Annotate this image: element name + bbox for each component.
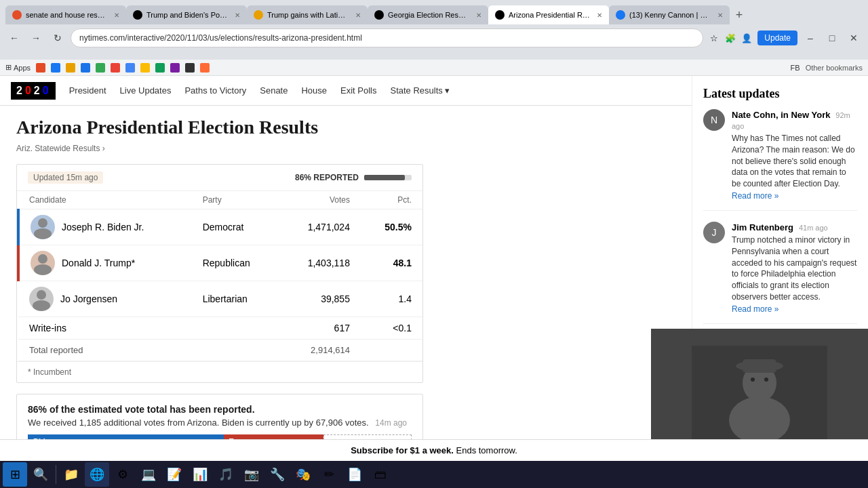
taskbar-music[interactable]: 🎵 bbox=[214, 462, 238, 487]
total-votes: 2,914,614 bbox=[279, 340, 361, 361]
tab-favicon bbox=[12, 10, 22, 20]
results-table: Candidate Party Votes Pct. bbox=[17, 191, 422, 361]
reload-button[interactable]: ↻ bbox=[49, 29, 66, 47]
taskbar-edit[interactable]: ✏ bbox=[317, 462, 341, 487]
tab-senate[interactable]: senate and house results - C... ✕ bbox=[5, 5, 126, 24]
bookmark-icon-3[interactable] bbox=[66, 63, 75, 73]
bookmark-icon[interactable]: ☆ bbox=[707, 31, 721, 45]
taskbar-tools[interactable]: 🔧 bbox=[265, 462, 290, 487]
tab-facebook[interactable]: (13) Kenny Cannon | Facebo... ✕ bbox=[609, 5, 730, 24]
bookmark-fb[interactable]: FB bbox=[791, 64, 800, 72]
other-bookmarks[interactable]: Other bookmarks bbox=[806, 64, 863, 72]
bookmark-icon-2[interactable] bbox=[51, 63, 60, 73]
taskbar-chrome[interactable]: 🌐 bbox=[85, 462, 109, 487]
reported-pct-label: 86% REPORTED bbox=[295, 173, 359, 182]
candidate-cell-trump: Donald J. Trump* bbox=[18, 245, 192, 281]
update-text-1: Why has The Times not called Arizona? Th… bbox=[732, 133, 857, 190]
nav-live-updates[interactable]: Live Updates bbox=[120, 85, 172, 96]
taskbar-apps[interactable]: 📊 bbox=[188, 462, 212, 487]
taskbar-misc[interactable]: 🗃 bbox=[368, 462, 393, 487]
avatar-nate: N bbox=[703, 109, 725, 131]
minimize-button[interactable]: – bbox=[802, 29, 819, 47]
bookmark-icon-9[interactable] bbox=[155, 63, 165, 73]
tab-trump-latinos[interactable]: Trump gains with Latinos, lo... ✕ bbox=[247, 5, 368, 24]
total-label: Total reported bbox=[18, 340, 192, 361]
nav-paths-to-victory[interactable]: Paths to Victory bbox=[184, 85, 246, 96]
bookmark-icon-1[interactable] bbox=[36, 63, 45, 73]
update-content-2: Jim Rutenberg 41m ago Trump notched a mi… bbox=[732, 222, 857, 314]
candidate-party-trump: Republican bbox=[192, 245, 280, 281]
nav-exit-polls[interactable]: Exit Polls bbox=[340, 85, 376, 96]
tab-favicon bbox=[616, 10, 625, 20]
address-bar[interactable]: nytimes.com/interactive/2020/11/03/us/el… bbox=[71, 28, 703, 47]
tab-close-icon[interactable]: ✕ bbox=[235, 12, 240, 19]
close-button[interactable]: ✕ bbox=[845, 29, 863, 47]
info-time: 14m ago bbox=[375, 418, 407, 428]
sidebar-title: Latest updates bbox=[703, 87, 857, 101]
candidate-pct-trump: 48.1 bbox=[361, 245, 422, 281]
read-more-1[interactable]: Read more » bbox=[732, 191, 778, 201]
candidate-name-trump: Donald J. Trump* bbox=[62, 258, 135, 268]
bookmark-icon-7[interactable] bbox=[125, 63, 135, 73]
subscribe-strong: Subscribe for $1 a week. bbox=[351, 445, 454, 455]
update-button[interactable]: Update bbox=[757, 30, 797, 45]
taskbar-camera[interactable]: 📷 bbox=[239, 462, 264, 487]
progress-bar-outer bbox=[364, 175, 412, 180]
breadcrumb[interactable]: Ariz. Statewide Results bbox=[16, 144, 675, 153]
read-more-2[interactable]: Read more » bbox=[732, 304, 778, 314]
maximize-button[interactable]: □ bbox=[823, 29, 841, 47]
candidate-votes-jo: 39,855 bbox=[279, 281, 361, 317]
update-content-1: Nate Cohn, in New York 92m ago Why has T… bbox=[732, 109, 857, 201]
tab-close-icon[interactable]: ✕ bbox=[717, 12, 723, 19]
toolbar-icons: ☆ 🧩 👤 bbox=[707, 31, 753, 45]
search-button[interactable]: 🔍 bbox=[28, 462, 53, 487]
footnote: * Incumbent bbox=[17, 361, 422, 382]
bookmark-icon-8[interactable] bbox=[140, 63, 150, 73]
taskbar-cmd[interactable]: 💻 bbox=[136, 462, 161, 487]
nav-state-results[interactable]: State Results bbox=[391, 85, 450, 96]
tab-favicon bbox=[374, 10, 384, 20]
nav-house[interactable]: House bbox=[301, 85, 327, 96]
tab-label: (13) Kenny Cannon | Facebo... bbox=[629, 11, 711, 19]
tab-close-icon[interactable]: ✕ bbox=[355, 12, 361, 19]
bookmark-icon-4[interactable] bbox=[81, 63, 90, 73]
profile-icon[interactable]: 👤 bbox=[740, 31, 753, 45]
nav-senate[interactable]: Senate bbox=[260, 85, 288, 96]
taskbar-explorer[interactable]: 📁 bbox=[59, 462, 83, 487]
nav-president[interactable]: President bbox=[69, 85, 106, 96]
update-text-2: Trump notched a minor victory in Pennsyl… bbox=[732, 235, 857, 303]
tab-trump-biden[interactable]: Trump and Biden's Possible ... ✕ bbox=[126, 5, 247, 24]
tab-favicon bbox=[133, 10, 142, 20]
avatar-jo bbox=[29, 287, 54, 311]
bookmark-apps[interactable]: ⊞ Apps bbox=[5, 63, 31, 72]
taskbar-pdf[interactable]: 📄 bbox=[342, 462, 367, 487]
update-item-1: N Nate Cohn, in New York 92m ago Why has… bbox=[703, 109, 857, 211]
bookmark-icon-12[interactable] bbox=[200, 63, 210, 73]
start-button[interactable]: ⊞ bbox=[3, 462, 27, 487]
info-detail-text: We received 1,185 additional votes from … bbox=[28, 418, 412, 428]
svg-point-5 bbox=[33, 300, 50, 311]
extensions-icon[interactable]: 🧩 bbox=[724, 31, 737, 45]
svg-point-10 bbox=[729, 396, 790, 444]
candidate-votes-biden: 1,471,024 bbox=[279, 209, 361, 245]
updated-tag: Updated 15m ago bbox=[28, 171, 103, 184]
svg-point-12 bbox=[764, 378, 768, 382]
tab-close-icon[interactable]: ✕ bbox=[476, 12, 481, 19]
bookmark-icon-10[interactable] bbox=[170, 63, 180, 73]
svg-point-2 bbox=[38, 254, 47, 264]
forward-button[interactable]: → bbox=[27, 29, 45, 47]
taskbar-media[interactable]: 🎭 bbox=[291, 462, 315, 487]
bookmark-icon-5[interactable] bbox=[96, 63, 105, 73]
back-button[interactable]: ← bbox=[5, 29, 23, 47]
taskbar-notepad[interactable]: 📝 bbox=[162, 462, 186, 487]
bookmark-icon-11[interactable] bbox=[185, 63, 195, 73]
taskbar-settings[interactable]: ⚙ bbox=[111, 462, 135, 487]
address-bar-row: ← → ↻ nytimes.com/interactive/2020/11/03… bbox=[0, 24, 868, 52]
info-bold-text: 86% of the estimated vote total has been… bbox=[28, 404, 412, 415]
bookmark-icon-6[interactable] bbox=[111, 63, 120, 73]
tab-close-icon[interactable]: ✕ bbox=[597, 12, 602, 19]
tab-georgia[interactable]: Georgia Election Results 202... ✕ bbox=[368, 5, 488, 24]
new-tab-button[interactable]: + bbox=[730, 5, 749, 24]
tab-close-icon[interactable]: ✕ bbox=[114, 12, 119, 19]
tab-arizona[interactable]: Arizona Presidential Race Re... ✕ bbox=[488, 5, 609, 24]
